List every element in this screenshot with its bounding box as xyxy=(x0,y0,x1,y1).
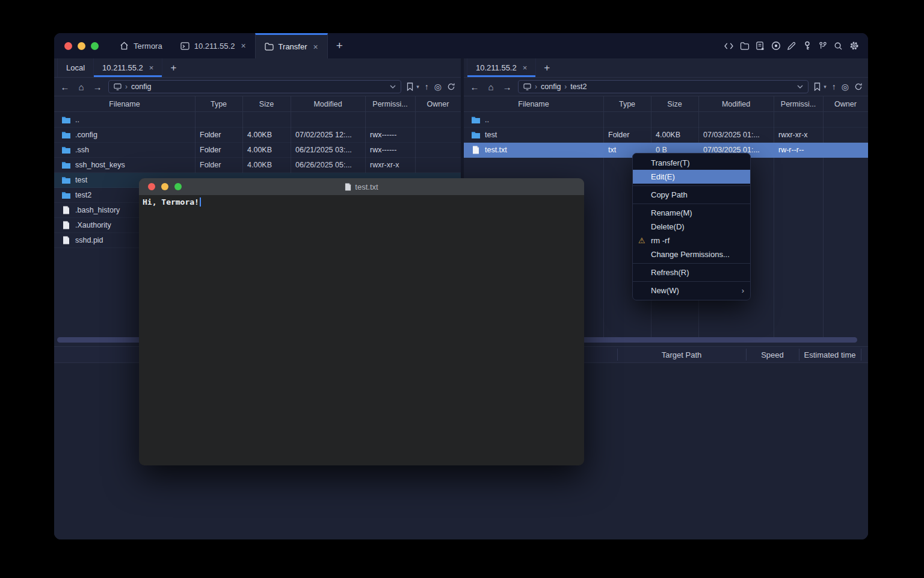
filename: ssh_host_keys xyxy=(75,161,125,169)
menu-item-transfer[interactable]: Transfer(T) xyxy=(633,156,750,170)
traffic-lights xyxy=(54,33,111,58)
right-file-list: .. test Folder4.00KB07/03/2025 01:...rwx… xyxy=(464,113,868,158)
submenu-chevron-icon: › xyxy=(742,286,744,295)
chevron-down-icon[interactable] xyxy=(390,85,396,89)
column-header[interactable]: Owner xyxy=(415,100,461,108)
titlebar-actions xyxy=(724,33,868,58)
key-icon[interactable] xyxy=(802,41,812,51)
close-icon[interactable]: × xyxy=(149,63,154,72)
forward-icon[interactable]: → xyxy=(92,82,103,92)
chevron-down-icon[interactable] xyxy=(797,85,803,89)
breadcrumb[interactable]: › config xyxy=(108,80,401,93)
tab-remote-host[interactable]: 10.211.55.2 × xyxy=(467,58,536,77)
add-pane-tab-button[interactable]: + xyxy=(162,58,184,77)
refresh-icon[interactable] xyxy=(447,82,455,91)
menu-item-rm-rf[interactable]: ⚠rm -rf xyxy=(633,234,750,247)
breadcrumb[interactable]: › config › test2 xyxy=(518,80,808,93)
editor-close-button[interactable] xyxy=(148,183,155,190)
new-tab-button[interactable]: + xyxy=(328,33,351,58)
home-icon[interactable]: ⌂ xyxy=(485,82,496,92)
maximize-window-button[interactable] xyxy=(91,42,99,50)
log-icon[interactable] xyxy=(755,41,765,51)
close-icon[interactable]: × xyxy=(241,41,245,51)
tab-host-session[interactable]: 10.211.55.2 × xyxy=(171,33,255,58)
home-icon[interactable]: ⌂ xyxy=(76,82,87,92)
folder-icon xyxy=(61,176,71,184)
column-header[interactable]: Modified xyxy=(698,100,774,108)
code-icon[interactable] xyxy=(724,41,734,51)
tab-termora[interactable]: Termora xyxy=(111,33,171,58)
folder-icon xyxy=(61,146,71,154)
close-window-button[interactable] xyxy=(64,42,72,50)
breadcrumb-segment[interactable]: config xyxy=(131,82,151,91)
editor-minimize-button[interactable] xyxy=(161,183,168,190)
menu-item-edit[interactable]: Edit(E) xyxy=(633,170,750,184)
menu-separator xyxy=(633,185,750,186)
bookmark-icon[interactable] xyxy=(814,82,821,91)
bookmark-dropdown-icon[interactable]: ▾ xyxy=(416,84,419,90)
menu-item-change-permissions[interactable]: Change Permissions... xyxy=(633,247,750,261)
file-icon xyxy=(61,236,71,244)
bookmark-dropdown-icon[interactable]: ▾ xyxy=(824,84,827,90)
column-header[interactable]: Permissi... xyxy=(774,100,823,108)
breadcrumb-segment[interactable]: config xyxy=(541,82,561,91)
editor-content[interactable]: Hi, Termora! xyxy=(139,195,584,209)
pencil-icon[interactable] xyxy=(786,41,796,51)
keychain-icon[interactable] xyxy=(818,41,828,51)
table-row[interactable]: ssh_host_keys Folder4.00KB06/26/2025 05:… xyxy=(54,158,461,173)
up-icon[interactable]: ↑ xyxy=(832,82,836,92)
editor-titlebar[interactable]: test.txt xyxy=(139,178,584,195)
table-row[interactable]: .. xyxy=(54,113,461,128)
menu-item-new[interactable]: New(W)› xyxy=(633,284,750,297)
table-row[interactable]: test Folder4.00KB07/03/2025 01:...rwxr-x… xyxy=(464,128,868,143)
editor-window: test.txt Hi, Termora! xyxy=(139,178,584,465)
table-row[interactable]: .config Folder4.00KB07/02/2025 12:...rwx… xyxy=(54,128,461,143)
settings-icon[interactable] xyxy=(849,41,859,51)
table-row[interactable]: .. xyxy=(464,113,868,128)
search-icon[interactable] xyxy=(833,41,843,51)
back-icon[interactable]: ← xyxy=(60,82,70,92)
show-hidden-icon[interactable]: ◎ xyxy=(842,82,849,92)
tab-label: Local xyxy=(66,63,85,72)
close-icon[interactable]: × xyxy=(313,42,318,52)
tab-label: 10.211.55.2 xyxy=(476,63,517,72)
menu-item-copy-path[interactable]: Copy Path xyxy=(633,188,750,202)
column-header-target-path[interactable]: Target Path xyxy=(617,347,746,362)
tab-transfer[interactable]: Transfer × xyxy=(255,33,328,58)
column-header[interactable]: Modified xyxy=(291,100,365,108)
breadcrumb-segment[interactable]: test2 xyxy=(570,82,587,91)
back-icon[interactable]: ← xyxy=(469,82,480,92)
column-header-speed[interactable]: Speed xyxy=(746,347,799,362)
close-icon[interactable]: × xyxy=(523,63,528,72)
table-row[interactable]: .ssh Folder4.00KB06/21/2025 03:...rwx---… xyxy=(54,143,461,158)
menu-item-delete[interactable]: Delete(D) xyxy=(633,220,750,234)
tab-local[interactable]: Local xyxy=(57,58,94,77)
refresh-icon[interactable] xyxy=(854,82,863,91)
column-header[interactable]: Permissi... xyxy=(365,100,415,108)
folder-icon[interactable] xyxy=(739,41,750,51)
add-pane-tab-button[interactable]: + xyxy=(536,58,558,77)
menu-item-refresh[interactable]: Refresh(R) xyxy=(633,266,750,279)
minimize-window-button[interactable] xyxy=(78,42,85,50)
column-header[interactable]: Type xyxy=(195,100,242,108)
up-icon[interactable]: ↑ xyxy=(425,82,429,92)
menu-item-rename[interactable]: Rename(M) xyxy=(633,206,750,220)
right-table-header: Filename Type Size Modified Permissi... … xyxy=(464,96,868,112)
editor-maximize-button[interactable] xyxy=(174,183,182,190)
column-header[interactable]: Owner xyxy=(823,100,868,108)
column-header[interactable]: Size xyxy=(242,100,291,108)
file-icon xyxy=(471,146,481,154)
bookmark-icon[interactable] xyxy=(407,82,413,91)
column-header[interactable]: Filename xyxy=(464,100,603,108)
record-icon[interactable] xyxy=(771,41,781,51)
tab-remote-host[interactable]: 10.211.55.2 × xyxy=(94,58,162,77)
column-header[interactable]: Type xyxy=(603,100,651,108)
column-header-estimated-time[interactable]: Estimated time xyxy=(799,347,861,362)
editor-title: test.txt xyxy=(139,182,584,191)
text-cursor xyxy=(200,197,201,207)
show-hidden-icon[interactable]: ◎ xyxy=(434,82,442,92)
forward-icon[interactable]: → xyxy=(502,82,513,92)
column-header[interactable]: Filename xyxy=(54,100,195,108)
column-header[interactable]: Size xyxy=(651,100,698,108)
right-pane-tools: ▾ ↑ ◎ xyxy=(814,82,863,92)
